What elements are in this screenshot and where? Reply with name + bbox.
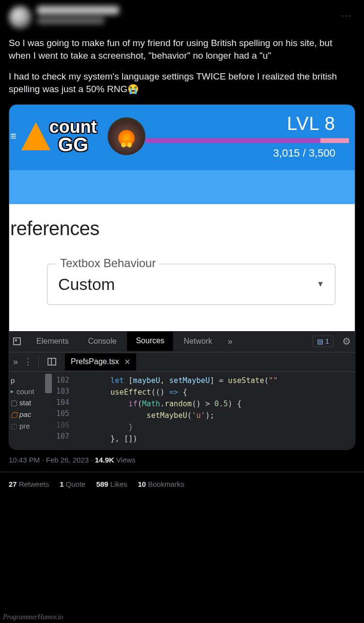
code-editor[interactable]: let [maybeU, setMaybeU] = useState("" us… — [74, 372, 355, 449]
file-tab-label: PrefsPage.tsx — [71, 357, 119, 366]
triangle-icon — [21, 122, 50, 150]
tab-network[interactable]: Network — [175, 332, 221, 351]
chat-icon: ▤ — [317, 337, 323, 345]
tweet-paragraph: I had to check my system's language sett… — [9, 70, 355, 95]
tweet-header — [9, 6, 355, 29]
tab-elements[interactable]: Elements — [28, 332, 78, 351]
tweet-stats: 27Retweets 1Quote 589Likes 10Bookmarks — [0, 472, 364, 490]
author-handle[interactable] — [37, 17, 105, 24]
tab-sources[interactable]: Sources — [127, 332, 173, 351]
folder-icon: ▢ — [11, 410, 17, 419]
issues-count: 1 — [325, 337, 329, 345]
author-avatar[interactable] — [9, 6, 32, 29]
expand-panel-button[interactable]: » — [13, 357, 18, 367]
quotes-stat[interactable]: 1Quote — [60, 480, 85, 488]
tweet-paragraph: So I was going to make fun of my friend … — [9, 37, 355, 62]
scrollbar-thumb[interactable] — [45, 374, 52, 393]
select-legend: Textbox Behaviour — [56, 256, 159, 270]
bookmarks-stat[interactable]: 10Bookmarks — [138, 480, 185, 488]
countgg-header: ≡ count GG LVL 8 3,015 / 3,500 — [9, 105, 355, 170]
more-tabs-button[interactable]: » — [223, 336, 237, 347]
close-icon[interactable]: ✕ — [124, 357, 130, 367]
tweet-time[interactable]: 10:43 PM — [9, 456, 40, 464]
chevron-down-icon: ▼ — [317, 280, 324, 288]
issues-badge[interactable]: ▤ 1 — [313, 335, 333, 347]
xp-text: 3,015 / 3,500 — [145, 147, 349, 160]
views-label: Views — [116, 456, 136, 464]
line-gutter: 102 103 104 105 106 107 — [52, 372, 74, 449]
folder-icon: ▢ — [11, 399, 17, 407]
level-label: LVL 8 — [145, 113, 349, 134]
more-menu-button[interactable]: ··· — [341, 11, 351, 21]
tweet-body: So I was going to make fun of my friend … — [9, 37, 355, 96]
nav-item[interactable]: ▢stat — [9, 397, 52, 409]
file-navigator[interactable]: p ▸count ▢stat ▢pac ▢ pre — [9, 372, 52, 449]
devtools-filebar: » ⋮ PrefsPage.tsx ✕ — [9, 352, 355, 372]
nav-item[interactable]: ▢pac — [9, 409, 52, 420]
xp-bar-fill — [145, 138, 320, 143]
tweet-date[interactable]: Feb 26, 2023 — [46, 456, 89, 464]
gear-icon[interactable]: ⚙ — [335, 335, 351, 347]
file-tab-prefspage[interactable]: PrefsPage.tsx ✕ — [65, 353, 136, 370]
tab-console[interactable]: Console — [79, 332, 126, 351]
devtools-panel: Elements Console Sources Network » ▤ 1 ⚙… — [9, 331, 355, 449]
logo-line1: count — [49, 119, 97, 135]
hamburger-icon[interactable]: ≡ — [9, 130, 20, 143]
devtools-tabbar: Elements Console Sources Network » ▤ 1 ⚙ — [9, 331, 355, 352]
nav-item[interactable]: ▢ pre — [9, 420, 52, 432]
watermark: ProgrammerHumor.io — [3, 613, 63, 621]
logo-text: count GG — [49, 119, 97, 154]
navigator-icon[interactable] — [47, 358, 56, 366]
textbox-behaviour-select[interactable]: Textbox Behaviour Custom ▼ — [47, 264, 335, 305]
logo-line2: GG — [58, 135, 97, 154]
preferences-section: references Textbox Behaviour Custom ▼ — [9, 204, 355, 331]
xp-bar — [145, 138, 349, 143]
level-panel: LVL 8 3,015 / 3,500 — [145, 113, 350, 160]
views-count: 14.9K — [95, 456, 114, 464]
inspect-icon[interactable] — [13, 337, 21, 345]
select-value: Custom — [58, 275, 115, 294]
embedded-image[interactable]: ≡ count GG LVL 8 3,015 / 3,500 reference… — [9, 104, 355, 450]
user-avatar[interactable] — [108, 117, 145, 155]
tweet-meta: 10:43 PM · Feb 26, 2023 · 14.9K Views — [0, 450, 364, 472]
author-name[interactable] — [37, 6, 119, 15]
preferences-title: references — [9, 218, 355, 240]
retweets-stat[interactable]: 27Retweets — [9, 480, 49, 488]
file-menu-button[interactable]: ⋮ — [24, 356, 32, 367]
countgg-logo[interactable]: count GG — [21, 119, 97, 154]
likes-stat[interactable]: 589Likes — [96, 480, 127, 488]
countgg-subheader — [9, 170, 355, 204]
